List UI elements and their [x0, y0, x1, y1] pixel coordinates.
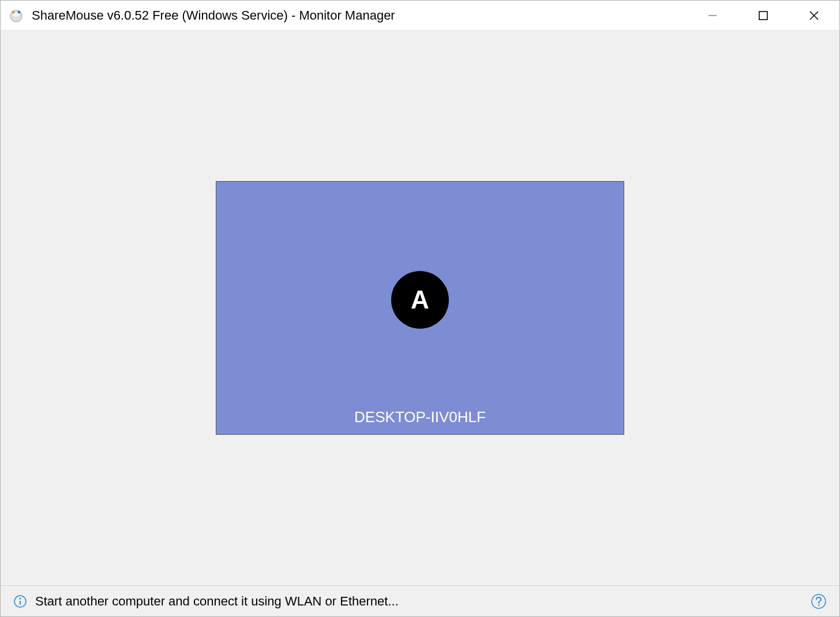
app-icon	[9, 8, 24, 23]
svg-rect-5	[759, 12, 767, 20]
monitor-tile[interactable]: A DESKTOP-IIV0HLF	[216, 181, 624, 435]
svg-point-12	[818, 604, 820, 606]
info-icon	[13, 595, 27, 608]
window-controls	[687, 1, 839, 30]
titlebar: ShareMouse v6.0.52 Free (Windows Service…	[1, 1, 839, 31]
maximize-button[interactable]	[738, 1, 789, 30]
status-message: Start another computer and connect it us…	[35, 594, 811, 609]
statusbar: Start another computer and connect it us…	[1, 585, 839, 616]
monitor-letter-badge: A	[391, 271, 449, 329]
minimize-button[interactable]	[687, 1, 738, 30]
close-button[interactable]	[789, 1, 839, 30]
monitor-canvas[interactable]: A DESKTOP-IIV0HLF	[1, 31, 839, 585]
svg-point-2	[12, 10, 15, 13]
svg-point-3	[18, 10, 21, 13]
monitor-computer-name: DESKTOP-IIV0HLF	[216, 408, 624, 426]
window-title: ShareMouse v6.0.52 Free (Windows Service…	[32, 8, 687, 23]
help-icon[interactable]	[811, 593, 827, 610]
svg-point-9	[20, 597, 21, 599]
